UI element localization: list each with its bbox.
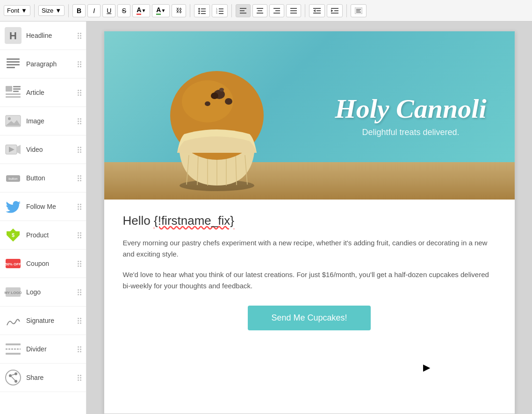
toolbar-divider-2: [68, 4, 69, 17]
sidebar-item-article[interactable]: Article: [0, 79, 86, 107]
underline-button[interactable]: U: [102, 4, 115, 17]
paragraph-icon: [5, 56, 22, 72]
svg-text:3.: 3.: [216, 12, 218, 14]
signature-icon: [5, 312, 22, 329]
source-icon: [355, 7, 362, 14]
link-button[interactable]: ⛓: [172, 4, 186, 17]
sidebar-paragraph-handle: [78, 61, 81, 67]
svg-rect-9: [219, 11, 223, 12]
firstname-variable: {!firstname_fix}: [154, 214, 234, 228]
svg-rect-27: [313, 13, 321, 14]
toolbar-divider-5: [305, 4, 305, 17]
sidebar-logo-label: Logo: [26, 288, 78, 296]
font-color-dropdown: ▼: [141, 8, 146, 13]
font-label: Font: [7, 7, 19, 14]
font-color-button[interactable]: A ▼: [132, 4, 150, 17]
sidebar-item-headline[interactable]: H Headline: [0, 21, 86, 50]
sidebar-item-image[interactable]: Image: [0, 107, 86, 136]
sidebar-share-handle: [78, 375, 81, 381]
svg-rect-23: [290, 13, 297, 14]
sidebar-divider-handle: [78, 346, 81, 352]
email-paragraph-2: We'd love to hear what you think of our …: [123, 269, 496, 292]
sidebar-logo-handle: [78, 289, 81, 295]
svg-point-85: [219, 88, 224, 92]
sidebar-divider-label: Divider: [26, 345, 78, 353]
sidebar-article-handle: [78, 90, 81, 96]
header-text-container: Holy Cannoli Delightful treats delivered…: [335, 94, 487, 137]
bg-color-button[interactable]: A ▼: [152, 4, 170, 17]
sidebar-item-share[interactable]: Share: [0, 364, 86, 392]
toolbar-divider-6: [346, 4, 347, 17]
decrease-indent-button[interactable]: [309, 4, 325, 17]
image-icon: [5, 113, 22, 129]
ordered-list-button[interactable]: 1. 2. 3.: [212, 4, 228, 17]
increase-indent-icon: [331, 8, 338, 14]
source-button[interactable]: [351, 4, 367, 17]
sidebar-item-logo[interactable]: MY LOGO Logo: [0, 278, 86, 307]
sidebar-headline-label: Headline: [26, 32, 78, 39]
align-right-button[interactable]: [269, 4, 284, 17]
svg-line-70: [12, 377, 15, 380]
sidebar-image-label: Image: [26, 117, 78, 125]
svg-rect-30: [334, 10, 338, 11]
svg-text:H: H: [9, 30, 17, 42]
bold-button[interactable]: B: [72, 4, 86, 17]
increase-indent-button[interactable]: [327, 4, 343, 17]
font-color-icon: A: [137, 6, 141, 15]
sidebar-item-product[interactable]: $ Product: [0, 221, 86, 250]
sidebar-coupon-handle: [78, 261, 81, 267]
sidebar-paragraph-label: Paragraph: [26, 60, 78, 68]
sidebar-item-divider[interactable]: Divider: [0, 335, 86, 364]
muffin-container: [104, 31, 330, 200]
svg-rect-64: [6, 353, 21, 355]
svg-point-4: [198, 13, 200, 14]
sidebar-follow-me-handle: [78, 204, 81, 210]
svg-line-69: [12, 374, 15, 375]
svg-point-66: [9, 374, 12, 377]
toolbar-divider-3: [190, 4, 190, 17]
sidebar-product-handle: [78, 232, 81, 238]
svg-rect-47: [6, 96, 21, 98]
sidebar-item-paragraph[interactable]: Paragraph: [0, 50, 86, 79]
align-center-button[interactable]: [252, 4, 267, 17]
svg-rect-13: [240, 10, 244, 11]
sidebar-item-follow-me[interactable]: Follow Me: [0, 193, 86, 221]
justify-button[interactable]: [286, 4, 301, 17]
italic-button[interactable]: I: [87, 4, 101, 17]
canvas-area[interactable]: Holy Cannoli Delightful treats delivered…: [86, 21, 532, 414]
align-center-icon: [257, 8, 263, 14]
email-paragraph-1: Every morning our pastry chefs experimen…: [123, 237, 496, 260]
video-icon: [5, 141, 22, 158]
sidebar-button-handle: [78, 175, 81, 181]
strikethrough-button[interactable]: S: [117, 4, 130, 17]
svg-rect-35: [356, 12, 361, 13]
sidebar-item-video[interactable]: Video: [0, 136, 86, 164]
svg-rect-40: [7, 64, 20, 65]
product-icon: $: [5, 227, 22, 243]
svg-rect-1: [201, 8, 206, 9]
svg-point-67: [14, 372, 17, 375]
svg-text:MY LOGO: MY LOGO: [5, 291, 22, 295]
svg-rect-44: [13, 88, 21, 90]
svg-text:button: button: [8, 177, 18, 180]
svg-rect-18: [273, 8, 280, 9]
svg-rect-15: [257, 8, 263, 9]
svg-marker-25: [313, 9, 316, 12]
svg-rect-7: [219, 8, 223, 9]
align-left-button[interactable]: [236, 4, 251, 17]
button-icon: button: [5, 170, 22, 186]
svg-rect-28: [331, 8, 338, 9]
toolbar-divider-4: [231, 4, 232, 17]
sidebar-item-button[interactable]: button Button: [0, 164, 86, 193]
sidebar-item-coupon[interactable]: 50% OFF Coupon: [0, 250, 86, 278]
sidebar-follow-me-label: Follow Me: [26, 203, 78, 210]
sidebar-signature-label: Signature: [26, 317, 78, 324]
sidebar-item-signature[interactable]: Signature: [0, 307, 86, 335]
svg-rect-34: [356, 10, 360, 11]
svg-marker-29: [331, 9, 333, 12]
svg-marker-53: [17, 145, 21, 154]
cta-button[interactable]: Send Me Cupcakes!: [248, 306, 370, 330]
size-selector[interactable]: Size ▼: [38, 5, 65, 16]
font-selector[interactable]: Font ▼: [4, 5, 30, 16]
unordered-list-button[interactable]: [194, 4, 210, 17]
